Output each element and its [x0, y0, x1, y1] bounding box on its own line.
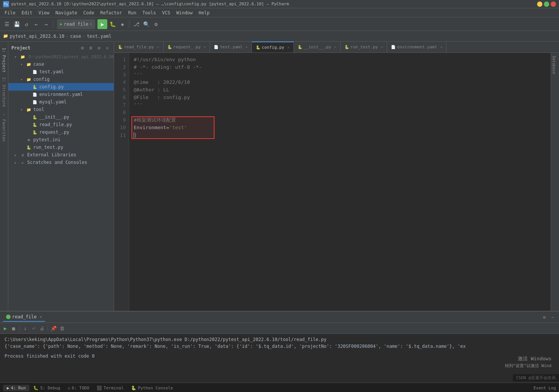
tab-close-request[interactable]: ✕	[204, 45, 206, 49]
tab-request-py[interactable]: 🐍 request_.py ✕	[164, 42, 210, 53]
event-log-label[interactable]: Event Log	[533, 386, 556, 390]
tab-test-yaml[interactable]: 📄 test.yaml ✕	[210, 42, 252, 53]
code-editor[interactable]: #!/usr/bin/env python # -*- coding: utf-…	[129, 53, 551, 311]
menu-file[interactable]: File	[2, 9, 19, 16]
coverage-button[interactable]: ◈	[118, 20, 127, 29]
tab-run-test-py[interactable]: 🐍 run_test.py ✕	[341, 42, 388, 53]
line-num-11: 11	[116, 131, 126, 139]
close-button[interactable]	[551, 2, 556, 7]
tab-close-run-test[interactable]: ✕	[381, 45, 383, 49]
code-line-8	[134, 109, 546, 116]
menu-navigate[interactable]: Navigate	[53, 9, 80, 16]
rs-label-database[interactable]: Database	[551, 53, 557, 77]
run-config-selector[interactable]: ▶ read file ▾	[57, 19, 95, 29]
tab-close-test-yaml[interactable]: ✕	[246, 45, 248, 49]
tab-environment-yaml[interactable]: 📄 environment.yaml ✕	[387, 42, 446, 53]
tab-close-env-yaml[interactable]: ✕	[440, 45, 442, 49]
tab-config-py[interactable]: 🐍 config.py ✕	[252, 42, 294, 53]
side-label-favorites[interactable]: ☆ Favorites	[1, 110, 7, 144]
taskbar-python-console[interactable]: 🐍 Python Console	[127, 385, 177, 391]
minimize-button[interactable]	[537, 2, 542, 7]
run-toolbar-print[interactable]: 🖨	[38, 324, 46, 332]
menu-code[interactable]: Code	[80, 9, 97, 16]
tab-label-test-yaml: test.yaml	[220, 45, 242, 49]
menu-tools[interactable]: Tools	[139, 9, 159, 16]
tree-close-btn[interactable]: ✕	[104, 45, 111, 51]
tree-file-test-yaml[interactable]: 📄 test.yaml	[8, 68, 114, 76]
toolbar-back-btn[interactable]: ←	[32, 20, 41, 29]
taskbar-terminal-label: Terminal	[103, 386, 124, 390]
run-button[interactable]: ▶	[97, 19, 107, 29]
scratch-icon: ✏	[20, 159, 26, 165]
tree-external-libraries[interactable]: ▸ ≣ External Libraries	[8, 151, 114, 159]
tree-file-config-py[interactable]: 🐍 config.py	[8, 83, 114, 91]
tab-close-read-file[interactable]: ✕	[157, 45, 159, 49]
toolbar-settings-btn[interactable]: ⚙	[151, 20, 161, 29]
run-toolbar-stop-btn[interactable]: ■	[10, 324, 17, 332]
line-num-7: 7	[116, 101, 126, 109]
tree-folder-config[interactable]: ▾ 📁 config	[8, 76, 114, 83]
tree-file-request-py[interactable]: 🐍 request_.py	[8, 128, 114, 136]
tree-expand-btn[interactable]: ≡	[87, 45, 94, 51]
run-toolbar-run-btn[interactable]: ▶	[2, 324, 9, 332]
side-label-structure[interactable]: 2: Structure	[1, 75, 7, 109]
tree-folder-tool[interactable]: ▾ 📁 tool	[8, 106, 114, 113]
title-bar: Py pytest_api_2022.6.10 [D:\python2022\p…	[0, 0, 559, 8]
app-icon: Py	[3, 1, 9, 7]
run-toolbar-scroll-end[interactable]: ↓	[22, 324, 29, 332]
run-panel-minimize[interactable]: −	[549, 314, 556, 321]
tree-folder-case[interactable]: ▾ 📁 case	[8, 60, 114, 68]
run-tab-active[interactable]: read_file ✕	[3, 313, 45, 322]
menu-help[interactable]: Help	[196, 9, 213, 16]
tree-file-run-test-py[interactable]: 🐍 run_test.py	[8, 144, 114, 151]
menu-refactor[interactable]: Refactor	[97, 9, 125, 16]
breadcrumb-project[interactable]: pytest_api_2022.6.10	[10, 34, 65, 39]
left-panel-labels: 1: Project 2: Structure ☆ Favorites	[0, 42, 8, 311]
breadcrumb-case[interactable]: case	[70, 34, 81, 39]
toolbar-save-btn[interactable]: 💾	[12, 20, 21, 29]
tree-settings-btn[interactable]: ⚙	[96, 45, 102, 51]
tree-scratches-consoles[interactable]: ▸ ✏ Scratches and Consoles	[8, 159, 114, 166]
menu-view[interactable]: View	[36, 9, 53, 16]
tree-file-environment-yaml[interactable]: 📄 environment.yaml	[8, 91, 114, 98]
editor-tabs: 🐍 read_file.py ✕ 🐍 request_.py ✕ 📄 test.…	[114, 42, 559, 53]
tree-file-mysql-yaml[interactable]: 📄 mysql.yaml	[8, 98, 114, 106]
run-panel-settings[interactable]: ⚙	[541, 314, 548, 321]
tree-file-pytest-ini[interactable]: ≡ pytest.ini	[8, 136, 114, 144]
tab-close-init-py[interactable]: ✕	[334, 45, 337, 49]
tree-file-read-file-py[interactable]: 🐍 read_file.py	[8, 121, 114, 128]
tab-close-config-py[interactable]: ✕	[287, 45, 290, 49]
run-tab-close[interactable]: ✕	[40, 315, 42, 319]
py-icon-2: 🐍	[32, 114, 38, 120]
menu-edit[interactable]: Edit	[19, 9, 36, 16]
tree-file-init-py[interactable]: 🐍 __init__.py	[8, 113, 114, 121]
toolbar-search-btn[interactable]: 🔍	[142, 20, 151, 29]
tab-label-run-test: run_test.py	[351, 45, 378, 49]
case-folder-label: case	[33, 62, 44, 67]
tab-read-file-py[interactable]: 🐍 read_file.py ✕	[114, 42, 164, 53]
tree-locate-btn[interactable]: ⊙	[79, 45, 86, 51]
tab-init-py[interactable]: 🐍 __init__.py ✕	[294, 42, 341, 53]
menu-window[interactable]: Window	[173, 9, 196, 16]
py-icon: 🐍	[32, 84, 38, 90]
breadcrumb-file[interactable]: test.yaml	[87, 34, 111, 39]
tree-root[interactable]: ▾ 📁 pytest_api_2022.6.10 D:\python2022\p…	[8, 53, 114, 60]
debug-button[interactable]: 🐛	[108, 20, 117, 29]
menu-vcs[interactable]: VCS	[159, 9, 173, 16]
taskbar-terminal[interactable]: ⬛ Terminal	[93, 385, 127, 391]
maximize-button[interactable]	[544, 2, 549, 7]
run-toolbar-clear[interactable]: 🗑	[58, 324, 66, 332]
toolbar-sync-btn[interactable]: ↺	[22, 20, 31, 29]
toolbar-forward-btn[interactable]: →	[42, 20, 51, 29]
taskbar-run[interactable]: ▶ 4: Run	[3, 385, 29, 391]
toolbar-git-btn[interactable]: ⎇	[132, 20, 141, 29]
toolbar-menu-btn[interactable]: ☰	[2, 20, 11, 29]
menu-run[interactable]: Run	[125, 9, 139, 16]
taskbar-debug[interactable]: 🐛 5: Debug	[29, 385, 64, 391]
run-toolbar-pin[interactable]: 📌	[50, 324, 57, 332]
code-line-10: Environment='test'	[134, 124, 546, 131]
taskbar-todo[interactable]: ☑ 6: TODO	[64, 385, 93, 391]
side-label-project[interactable]: 1: Project	[1, 45, 7, 75]
tab-label-request: request_.py	[173, 45, 201, 49]
run-toolbar-wrap[interactable]: ⏎	[30, 324, 37, 332]
